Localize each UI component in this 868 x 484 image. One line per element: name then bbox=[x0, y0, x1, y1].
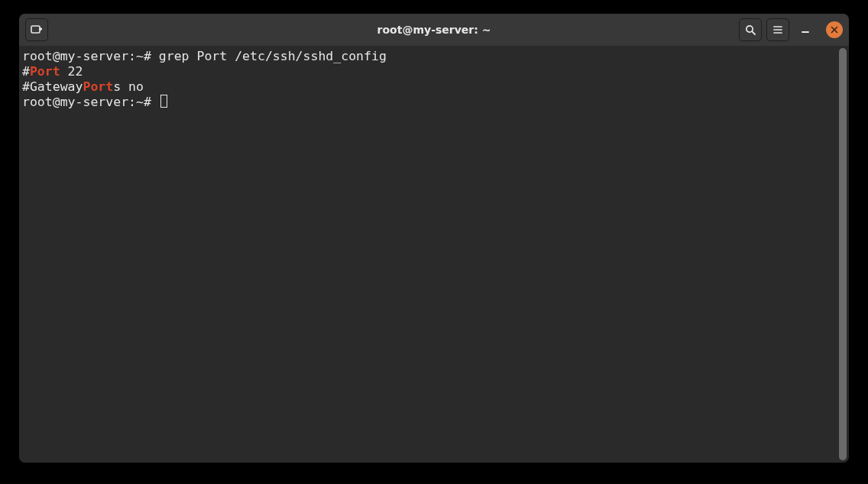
minimize-button[interactable] bbox=[794, 18, 817, 41]
grep-match: Port bbox=[30, 64, 60, 79]
hamburger-icon bbox=[772, 24, 783, 35]
terminal-area[interactable]: root@my-server:~# grep Port /etc/ssh/ssh… bbox=[19, 46, 849, 463]
terminal-text: #Gateway bbox=[22, 79, 83, 94]
new-tab-icon bbox=[31, 24, 43, 36]
minimize-icon bbox=[800, 24, 811, 35]
menu-button[interactable] bbox=[766, 18, 789, 41]
svg-line-4 bbox=[752, 31, 755, 34]
terminal-line: root@my-server:~# bbox=[22, 95, 836, 110]
terminal-text: root@my-server:~# grep Port /etc/ssh/ssh… bbox=[22, 49, 387, 63]
terminal-text: s no bbox=[113, 79, 144, 94]
scrollbar[interactable] bbox=[839, 48, 847, 460]
svg-rect-0 bbox=[31, 26, 40, 33]
new-tab-button[interactable] bbox=[25, 18, 48, 41]
terminal-text: root@my-server:~# bbox=[22, 95, 159, 109]
titlebar: root@my-server: ~ bbox=[19, 14, 849, 46]
terminal-cursor bbox=[160, 95, 167, 108]
grep-match: Port bbox=[83, 79, 113, 94]
search-button[interactable] bbox=[739, 18, 762, 41]
close-icon bbox=[831, 26, 838, 34]
terminal-content[interactable]: root@my-server:~# grep Port /etc/ssh/ssh… bbox=[19, 46, 839, 463]
terminal-text: 22 bbox=[60, 64, 83, 79]
window-title: root@my-server: ~ bbox=[377, 24, 491, 36]
terminal-window: root@my-server: ~ bbox=[19, 14, 849, 463]
terminal-line: #Port 22 bbox=[22, 64, 836, 79]
terminal-line: root@my-server:~# grep Port /etc/ssh/ssh… bbox=[22, 49, 836, 64]
search-icon bbox=[745, 24, 756, 36]
terminal-line: #GatewayPorts no bbox=[22, 79, 836, 95]
scrollbar-thumb[interactable] bbox=[839, 48, 847, 460]
close-button[interactable] bbox=[826, 21, 843, 38]
terminal-text: # bbox=[22, 64, 30, 79]
